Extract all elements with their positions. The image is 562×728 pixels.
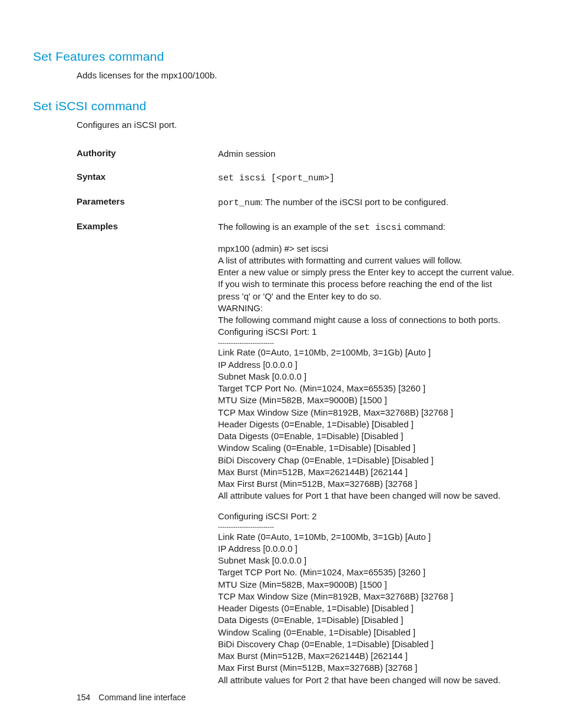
separator-1: -------------------------- — [218, 338, 529, 347]
page-number: 154 — [77, 693, 90, 702]
value-examples: The following is an example of the set i… — [218, 221, 529, 686]
page: Set Features command Adds licenses for t… — [0, 0, 562, 728]
examples-intro-post: command: — [402, 222, 445, 232]
param-rest: : The number of the iSCSI port to be con… — [260, 197, 448, 207]
example-block-3-header: Configuring iSCSI Port: 2 — [218, 510, 529, 522]
label-syntax: Syntax — [77, 172, 218, 182]
row-syntax: Syntax set iscsi [<port_num>] — [77, 172, 529, 185]
spec-table: Authority Admin session Syntax set iscsi… — [77, 148, 529, 686]
label-examples: Examples — [77, 221, 218, 231]
examples-intro-code: set iscsi — [354, 223, 402, 233]
example-block-3: Link Rate (0=Auto, 1=10Mb, 2=100Mb, 3=1G… — [218, 531, 529, 686]
page-footer: 154Command line interface — [77, 693, 186, 702]
example-block-2: Link Rate (0=Auto, 1=10Mb, 2=100Mb, 3=1G… — [218, 347, 529, 502]
value-parameters: port_num: The number of the iSCSI port t… — [218, 196, 529, 209]
heading-set-iscsi: Set iSCSI command — [33, 99, 529, 113]
value-syntax: set iscsi [<port_num>] — [218, 172, 529, 185]
body-set-features: Adds licenses for the mpx100/100b. — [77, 70, 529, 81]
param-code: port_num — [218, 198, 260, 208]
row-parameters: Parameters port_num: The number of the i… — [77, 196, 529, 209]
separator-2: -------------------------- — [218, 522, 529, 531]
body-set-iscsi: Configures an iSCSI port. — [77, 119, 529, 131]
row-examples: Examples The following is an example of … — [77, 221, 529, 686]
label-parameters: Parameters — [77, 196, 218, 206]
label-authority: Authority — [77, 148, 218, 158]
examples-intro-pre: The following is an example of the — [218, 222, 354, 232]
example-block-1: mpx100 (admin) #> set iscsi A list of at… — [218, 243, 529, 338]
value-authority: Admin session — [218, 148, 529, 160]
row-authority: Authority Admin session — [77, 148, 529, 160]
syntax-code: set iscsi [<port_num>] — [218, 173, 335, 183]
footer-title: Command line interface — [98, 693, 186, 702]
heading-set-features: Set Features command — [33, 50, 529, 64]
